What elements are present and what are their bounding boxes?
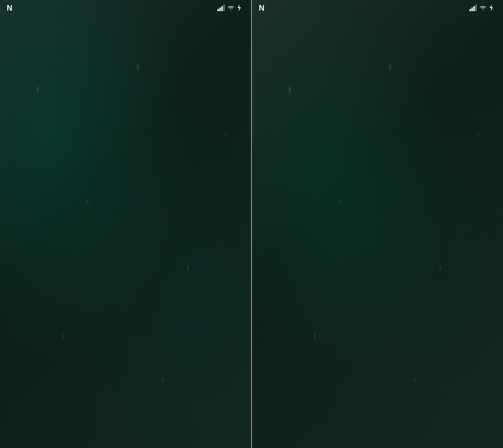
apps-grid-right bbox=[252, 16, 503, 25]
status-right-right bbox=[469, 4, 496, 11]
notification-icon-left: N bbox=[7, 3, 12, 12]
signal-icon-left bbox=[217, 4, 225, 11]
signal-icon-right bbox=[469, 4, 477, 11]
charging-icon-left bbox=[236, 4, 242, 11]
wifi-icon-left bbox=[227, 5, 234, 11]
wifi-icon-right bbox=[480, 5, 486, 11]
svg-rect-6 bbox=[472, 8, 473, 12]
svg-marker-9 bbox=[490, 4, 493, 11]
screen-left: N bbox=[0, 0, 251, 448]
apps-grid-left bbox=[0, 16, 251, 25]
charging-icon-right bbox=[488, 4, 494, 11]
status-left-right: N bbox=[259, 3, 264, 12]
status-bar-left: N bbox=[0, 0, 251, 16]
svg-rect-3 bbox=[224, 4, 225, 11]
svg-rect-2 bbox=[221, 6, 223, 11]
svg-rect-0 bbox=[217, 9, 219, 11]
svg-rect-8 bbox=[476, 4, 477, 11]
svg-rect-7 bbox=[473, 6, 475, 11]
screen-right: N bbox=[252, 0, 503, 448]
status-left-left: N bbox=[7, 3, 12, 12]
svg-rect-1 bbox=[220, 8, 221, 12]
notification-icon-right: N bbox=[259, 3, 264, 12]
svg-rect-5 bbox=[469, 9, 471, 11]
svg-marker-4 bbox=[238, 4, 241, 11]
status-right-left bbox=[217, 4, 244, 11]
status-bar-right: N bbox=[252, 0, 503, 16]
